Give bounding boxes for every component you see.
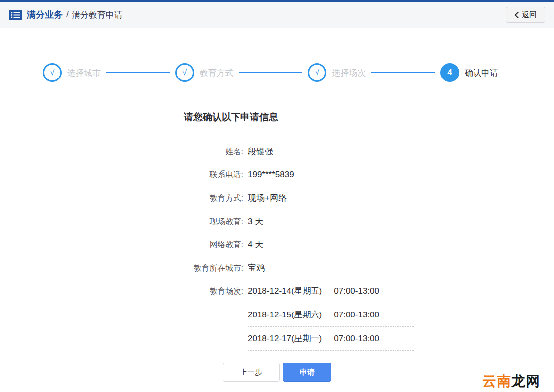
step-3-label: 选择场次 <box>332 67 366 78</box>
session-list: 2018-12-14(星期五) 07:00-13:00 2018-12-15(星… <box>248 285 414 351</box>
session-time: 07:00-13:00 <box>334 285 379 297</box>
field-row-online-days: 网络教育: 4 天 <box>184 233 435 256</box>
session-time: 07:00-13:00 <box>334 309 379 321</box>
field-label: 教育方式: <box>184 192 243 204</box>
field-label: 联系电话: <box>184 169 243 181</box>
field-value: 4 天 <box>248 239 263 251</box>
session-date: 2018-12-17(星期一) <box>248 333 322 345</box>
step-4-confirm: 4 确认申请 <box>440 63 498 82</box>
back-button-label: 返回 <box>522 10 537 20</box>
field-value: 3 天 <box>248 216 263 228</box>
session-date: 2018-12-15(星期六) <box>248 309 322 321</box>
field-label: 教育场次: <box>184 285 243 297</box>
apply-button[interactable]: 申请 <box>283 363 331 382</box>
field-row-phone: 联系电话: 199****5839 <box>184 163 435 186</box>
chevron-left-icon <box>514 12 519 18</box>
step-4-label: 确认申请 <box>465 67 498 78</box>
field-label: 网络教育: <box>184 239 243 251</box>
step-1-select-city: √ 选择城市 <box>43 63 101 82</box>
header-bar: 满分业务 / 满分教育申请 返回 <box>0 2 554 28</box>
session-item: 2018-12-17(星期一) 07:00-13:00 <box>248 327 414 351</box>
action-buttons: 上一步 申请 <box>0 363 554 382</box>
list-icon <box>9 10 22 20</box>
field-row-sessions: 教育场次: 2018-12-14(星期五) 07:00-13:00 2018-1… <box>184 285 435 351</box>
field-row-education-mode: 教育方式: 现场+网络 <box>184 186 435 210</box>
watermark-logo: 云南龙网 <box>482 374 540 388</box>
step-connector <box>371 72 435 73</box>
field-value: 宝鸡 <box>248 262 265 274</box>
step-2-label: 教育方式 <box>200 67 234 78</box>
confirm-panel: 请您确认以下申请信息 姓名: 段银强 联系电话: 199****5839 教育方… <box>184 111 435 351</box>
step-2-education-mode: √ 教育方式 <box>175 63 234 82</box>
field-label: 姓名: <box>184 146 243 157</box>
step-3-select-session: √ 选择场次 <box>308 63 366 82</box>
stepper: √ 选择城市 √ 教育方式 √ 选择场次 4 确认申请 <box>43 63 498 82</box>
field-value: 现场+网络 <box>248 192 287 204</box>
info-rows: 姓名: 段银强 联系电话: 199****5839 教育方式: 现场+网络 现场… <box>184 140 435 351</box>
field-row-name: 姓名: 段银强 <box>184 140 435 163</box>
watermark-part-1: 云南 <box>482 373 511 389</box>
field-value: 199****5839 <box>248 169 294 181</box>
watermark-part-2: 龙网 <box>511 373 540 389</box>
session-item: 2018-12-14(星期五) 07:00-13:00 <box>248 285 414 303</box>
previous-step-button[interactable]: 上一步 <box>223 363 280 382</box>
step-1-label: 选择城市 <box>67 67 101 78</box>
field-label: 现场教育: <box>184 216 243 228</box>
field-row-onsite-days: 现场教育: 3 天 <box>184 210 435 233</box>
breadcrumb-section: 满分业务 <box>27 9 63 21</box>
breadcrumb-page: 满分教育申请 <box>72 9 123 21</box>
back-button[interactable]: 返回 <box>506 7 545 23</box>
session-time: 07:00-13:00 <box>334 333 379 345</box>
session-item: 2018-12-15(星期六) 07:00-13:00 <box>248 303 414 327</box>
step-2-check-circle: √ <box>175 63 194 82</box>
field-row-city: 教育所在城市: 宝鸡 <box>184 256 435 280</box>
step-connector <box>239 72 303 73</box>
step-connector <box>106 72 170 73</box>
session-date: 2018-12-14(星期五) <box>248 285 322 297</box>
field-value: 段银强 <box>248 146 273 157</box>
field-label: 教育所在城市: <box>184 262 243 274</box>
confirm-title: 请您确认以下申请信息 <box>184 111 435 134</box>
step-1-check-circle: √ <box>43 63 62 82</box>
step-4-number-circle: 4 <box>440 63 459 82</box>
step-3-check-circle: √ <box>308 63 326 82</box>
breadcrumb-separator: / <box>66 10 69 20</box>
